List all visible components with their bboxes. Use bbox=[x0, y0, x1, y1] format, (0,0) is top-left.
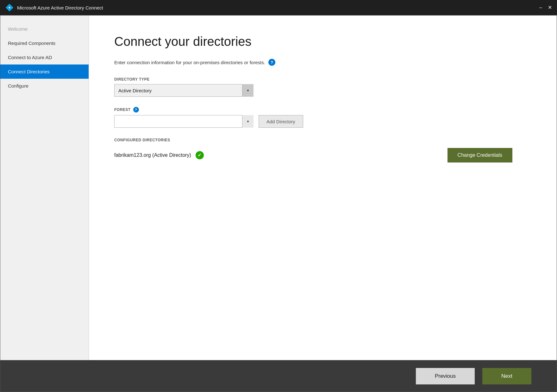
add-directory-button[interactable]: Add Directory bbox=[259, 115, 303, 128]
window-body: Welcome Required Components Connect to A… bbox=[0, 15, 557, 360]
sidebar-item-required-components[interactable]: Required Components bbox=[0, 36, 89, 50]
forest-group: FOREST ? Add Directory bbox=[114, 107, 531, 128]
directory-type-select-wrapper: Active Directory Generic LDAP bbox=[114, 84, 253, 97]
configured-directories-group: CONFIGURED DIRECTORIES fabrikam123.org (… bbox=[114, 138, 531, 162]
forest-input[interactable] bbox=[114, 115, 253, 128]
app-icon bbox=[5, 3, 14, 12]
directory-type-label: DIRECTORY TYPE bbox=[114, 77, 531, 82]
forest-row: Add Directory bbox=[114, 115, 531, 128]
connected-check-icon bbox=[196, 151, 204, 159]
minimize-button[interactable]: – bbox=[539, 5, 542, 10]
directory-type-select[interactable]: Active Directory Generic LDAP bbox=[114, 84, 253, 97]
close-button[interactable]: ✕ bbox=[548, 5, 552, 10]
forest-help-icon[interactable]: ? bbox=[133, 107, 139, 113]
main-content: Connect your directories Enter connectio… bbox=[89, 15, 557, 360]
description-text: Enter connection information for your on… bbox=[114, 60, 265, 65]
directory-type-group: DIRECTORY TYPE Active Directory Generic … bbox=[114, 77, 531, 97]
configured-item: fabrikam123.org (Active Directory) bbox=[114, 151, 204, 159]
description-help-icon[interactable]: ? bbox=[268, 59, 275, 66]
title-bar-left: Microsoft Azure Active Directory Connect bbox=[5, 3, 103, 12]
previous-button[interactable]: Previous bbox=[416, 368, 475, 384]
change-credentials-button[interactable]: Change Credentials bbox=[447, 148, 512, 162]
window-title: Microsoft Azure Active Directory Connect bbox=[17, 5, 103, 10]
configured-directory-row: fabrikam123.org (Active Directory) Chang… bbox=[114, 148, 531, 162]
page-title: Connect your directories bbox=[114, 34, 531, 49]
description-row: Enter connection information for your on… bbox=[114, 59, 531, 66]
sidebar: Welcome Required Components Connect to A… bbox=[0, 15, 89, 360]
forest-label: FOREST ? bbox=[114, 107, 531, 113]
configured-directories-label: CONFIGURED DIRECTORIES bbox=[114, 138, 531, 142]
forest-input-wrapper bbox=[114, 115, 253, 128]
configured-directory-name: fabrikam123.org (Active Directory) bbox=[114, 152, 191, 158]
title-bar: Microsoft Azure Active Directory Connect… bbox=[0, 0, 557, 15]
footer: Previous Next bbox=[0, 360, 557, 392]
sidebar-item-welcome[interactable]: Welcome bbox=[0, 22, 89, 36]
next-button[interactable]: Next bbox=[482, 368, 531, 384]
main-window: Welcome Required Components Connect to A… bbox=[0, 15, 557, 392]
sidebar-item-connect-to-azure-ad[interactable]: Connect to Azure AD bbox=[0, 50, 89, 64]
window-controls: – ✕ bbox=[539, 5, 552, 10]
sidebar-item-connect-directories[interactable]: Connect Directories bbox=[0, 64, 89, 79]
sidebar-item-configure[interactable]: Configure bbox=[0, 79, 89, 93]
